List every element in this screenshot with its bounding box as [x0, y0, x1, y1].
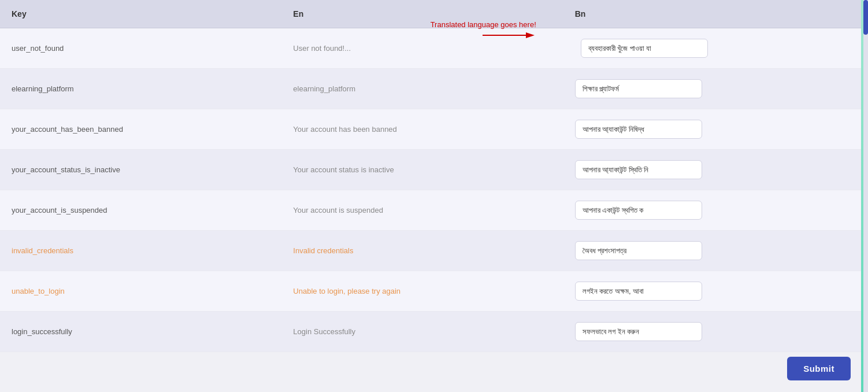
translation-table: Key En Bn user_not_foundUser not found!.…	[0, 0, 868, 352]
en-cell: Your account is suspended	[293, 198, 574, 223]
bn-translation-input[interactable]	[575, 322, 702, 341]
table-row: invalid_credentialsInvalid credentials	[0, 231, 868, 271]
en-cell: Invalid credentials	[293, 238, 574, 263]
key-cell: user_not_found	[12, 36, 293, 61]
table-row: unable_to_loginUnable to login, please t…	[0, 271, 868, 312]
en-cell: Your account has been banned	[293, 117, 574, 142]
bn-translation-input[interactable]	[575, 160, 702, 179]
header-key: Key	[12, 6, 293, 22]
svg-marker-1	[526, 32, 535, 38]
bn-cell	[575, 233, 856, 268]
bn-translation-input[interactable]	[575, 201, 702, 220]
bn-cell	[575, 112, 856, 147]
key-cell: login_successfully	[12, 319, 293, 344]
scrollbar[interactable]	[863, 0, 868, 392]
bn-translation-input[interactable]	[575, 79, 702, 98]
scroll-thumb[interactable]	[863, 0, 868, 35]
en-cell: Your account status is inactive	[293, 157, 574, 182]
key-cell: unable_to_login	[12, 279, 293, 304]
table-row: your_account_status_is_inactiveYour acco…	[0, 150, 868, 190]
bn-cell	[575, 71, 856, 106]
bn-cell	[575, 193, 856, 228]
bn-cell	[575, 314, 856, 349]
table-row: your_account_is_suspendedYour account is…	[0, 190, 868, 231]
header-bn: Bn	[575, 6, 856, 22]
key-cell: invalid_credentials	[12, 238, 293, 263]
bn-cell	[575, 273, 856, 309]
header-en: En	[293, 6, 574, 22]
bn-translation-input[interactable]	[575, 120, 702, 139]
en-cell: Login Successfully	[293, 319, 574, 344]
bn-translation-input[interactable]	[581, 39, 708, 58]
key-cell: your_account_has_been_banned	[12, 117, 293, 142]
table-row: user_not_foundUser not found!...Translat…	[0, 28, 868, 69]
annotation-container: Translated language goes here!	[575, 39, 856, 58]
key-cell: elearning_platform	[12, 76, 293, 101]
bn-cell	[575, 152, 856, 187]
teal-accent-bar	[861, 0, 863, 392]
bn-translation-input[interactable]	[575, 241, 702, 260]
bn-translation-input[interactable]	[575, 282, 702, 301]
submit-button[interactable]: Submit	[787, 357, 851, 380]
table-body: user_not_foundUser not found!...Translat…	[0, 28, 868, 352]
key-cell: your_account_status_is_inactive	[12, 157, 293, 182]
en-cell: Unable to login, please try again	[293, 279, 574, 304]
key-cell: your_account_is_suspended	[12, 198, 293, 223]
table-row: elearning_platformelearning_platform	[0, 69, 868, 109]
annotation-label: Translated language goes here!	[431, 20, 536, 29]
en-cell: elearning_platform	[293, 76, 574, 101]
table-row: login_successfullyLogin Successfully	[0, 312, 868, 352]
table-row: your_account_has_been_bannedYour account…	[0, 109, 868, 150]
bn-cell: Translated language goes here!	[575, 31, 856, 66]
